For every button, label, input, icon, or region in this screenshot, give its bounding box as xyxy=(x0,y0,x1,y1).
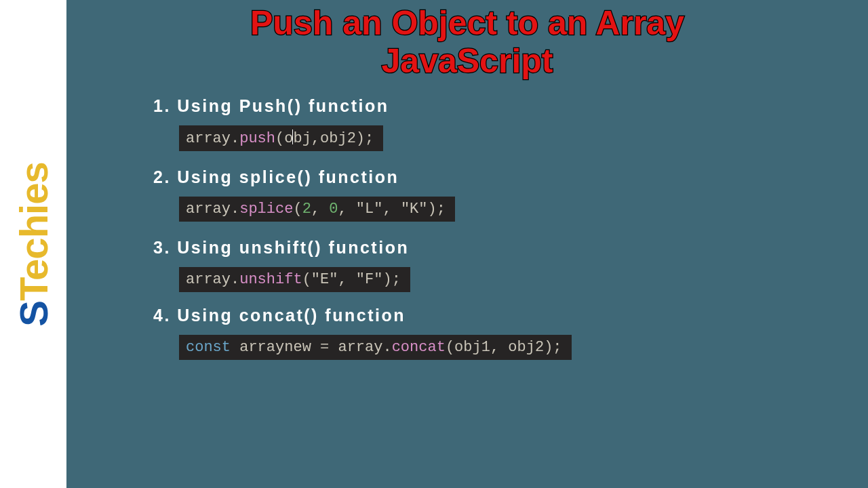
code-string: "L" xyxy=(356,201,383,218)
code-comma: , xyxy=(338,271,355,288)
code-object: array xyxy=(186,271,231,288)
code-string: "K" xyxy=(401,201,428,218)
code-object: array xyxy=(186,201,231,218)
code-snippet-concat: const arraynew = array.concat(obj1, obj2… xyxy=(179,335,572,360)
code-dot: . xyxy=(231,271,239,288)
code-dot: . xyxy=(231,130,239,147)
code-paren-close: ) xyxy=(356,130,365,147)
brand-logo: STechies xyxy=(11,162,56,326)
main-panel: Push an Object to an Array JavaScript 1.… xyxy=(66,0,868,488)
section-heading-4: 4. Using concat() function xyxy=(153,306,841,325)
code-comma: , xyxy=(382,201,400,218)
code-paren-close: ) xyxy=(427,201,436,218)
code-comma: , xyxy=(338,201,355,218)
content: 1. Using Push() function array.push(obj,… xyxy=(94,96,841,360)
code-arg: bj xyxy=(293,130,311,147)
code-number: 2 xyxy=(302,201,311,218)
brand-initial: S xyxy=(12,301,56,327)
code-comma: , xyxy=(490,339,508,356)
code-arg: obj1 xyxy=(454,339,490,356)
code-function: push xyxy=(239,130,275,147)
code-semicolon: ; xyxy=(437,201,446,218)
code-block-4: const arraynew = array.concat(obj1, obj2… xyxy=(179,335,841,360)
code-keyword: const xyxy=(186,339,231,356)
brand-rest: Techies xyxy=(12,162,56,301)
code-block-3: array.unshift("E", "F"); xyxy=(179,267,841,292)
code-block-1: array.push(obj,obj2); xyxy=(179,125,841,151)
code-arg: obj2 xyxy=(320,130,356,147)
code-paren-open: ( xyxy=(446,339,454,356)
code-function: splice xyxy=(239,201,293,218)
code-string: "E" xyxy=(311,271,338,288)
code-string: "F" xyxy=(356,271,383,288)
code-arg: obj2 xyxy=(508,339,544,356)
code-dot: . xyxy=(231,201,239,218)
page-title: Push an Object to an Array JavaScript xyxy=(94,4,841,80)
section-heading-1: 1. Using Push() function xyxy=(153,96,841,116)
code-block-2: array.splice(2, 0, "L", "K"); xyxy=(179,197,841,222)
code-snippet-splice: array.splice(2, 0, "L", "K"); xyxy=(179,197,455,222)
code-paren-open: ( xyxy=(293,201,302,218)
title-line-2: JavaScript xyxy=(382,42,553,80)
code-paren-close: ) xyxy=(382,271,391,288)
code-number: 0 xyxy=(329,201,338,218)
code-semicolon: ; xyxy=(553,339,561,356)
code-space xyxy=(231,339,239,356)
code-semicolon: ; xyxy=(365,130,374,147)
section-heading-3: 3. Using unshift() function xyxy=(153,238,841,258)
code-comma: , xyxy=(311,201,329,218)
section-heading-2: 2. Using splice() function xyxy=(153,167,841,187)
code-paren-close: ) xyxy=(544,339,553,356)
sidebar: STechies xyxy=(0,0,66,488)
code-variable: arraynew xyxy=(239,339,311,356)
code-function: unshift xyxy=(239,271,302,288)
code-snippet-unshift: array.unshift("E", "F"); xyxy=(179,267,410,292)
code-comma: , xyxy=(311,130,320,147)
code-paren-open: ( xyxy=(302,271,311,288)
code-snippet-push: array.push(obj,obj2); xyxy=(179,125,383,151)
code-dot: . xyxy=(382,339,391,356)
code-object: array xyxy=(338,339,382,356)
code-function: concat xyxy=(392,339,446,356)
code-paren-open: ( xyxy=(275,130,284,147)
code-equals: = xyxy=(311,339,338,356)
title-line-1: Push an Object to an Array xyxy=(250,4,684,42)
code-object: array xyxy=(186,130,231,147)
code-semicolon: ; xyxy=(392,271,401,288)
